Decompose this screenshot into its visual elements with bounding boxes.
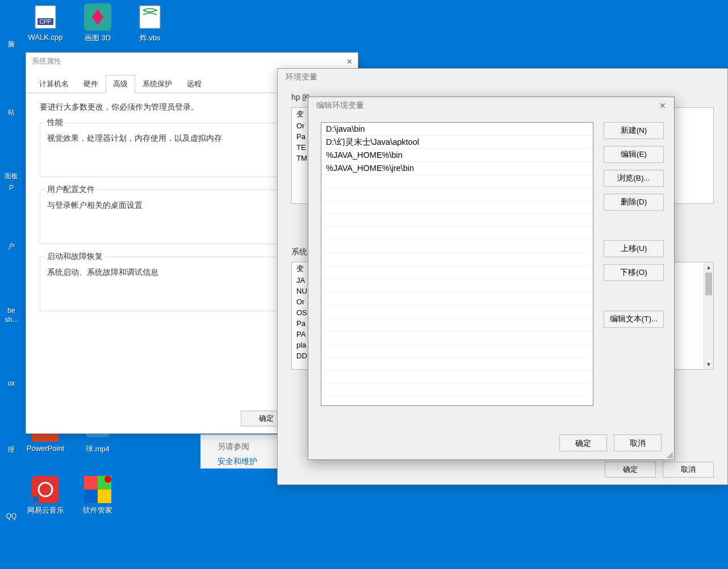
resize-grip[interactable] (666, 451, 673, 458)
left-frag[interactable]: 脑 (0, 40, 23, 49)
path-row[interactable] (321, 306, 593, 319)
group-legend: 启动和故障恢复 (45, 252, 105, 262)
svg-rect-15 (98, 489, 111, 503)
edit-env-variable-dialog: 编辑环境变量 ✕ D:\java\bin D:\幻灵末士\Java\apktoo… (308, 97, 675, 460)
desktop-icon-label: 炸.vbs (127, 33, 173, 43)
desktop-icon-label: 球.mp4 (75, 444, 120, 454)
path-row[interactable] (321, 319, 593, 332)
path-row[interactable] (321, 358, 593, 371)
path-row[interactable] (321, 175, 593, 188)
ok-button[interactable]: 确定 (559, 434, 607, 451)
path-row[interactable] (321, 266, 593, 279)
desktop-icon-label: 画图 3D (75, 33, 120, 43)
svg-rect-12 (84, 476, 98, 489)
cancel-button[interactable]: 取消 (614, 434, 662, 451)
path-row[interactable] (321, 188, 593, 201)
browse-button[interactable]: 浏览(B)... (604, 170, 664, 187)
svg-text:CPP: CPP (40, 19, 52, 25)
desktop-icon-label: 软件管家 (75, 505, 120, 516)
group-legend: 用户配置文件 (45, 185, 97, 195)
desktop-icon-label: 网易云音乐 (23, 505, 68, 516)
left-frag[interactable]: QQ (0, 512, 23, 520)
desktop-icon-vbs[interactable]: 炸.vbs (127, 3, 173, 43)
scroll-down-icon[interactable]: ▼ (704, 359, 713, 369)
path-row[interactable]: D:\java\bin (321, 123, 593, 136)
paint3d-icon (84, 3, 111, 31)
ok-button[interactable]: 确定 (605, 462, 656, 478)
path-row[interactable] (321, 201, 593, 214)
netease-music-icon (32, 476, 59, 503)
path-row[interactable]: %JAVA_HOME%\jre\bin (321, 162, 593, 175)
desktop-left-strip: 脑 站 P 面板 户 be sh... ox 理 QQ (0, 0, 23, 569)
delete-button[interactable]: 删除(D) (604, 194, 664, 211)
left-frag[interactable]: sh... (0, 316, 23, 324)
cpp-file-icon: CPP (32, 3, 59, 31)
vbs-file-icon (136, 3, 164, 31)
desktop-icon-paint3d[interactable]: 画图 3D (75, 3, 120, 43)
path-row[interactable] (321, 240, 593, 253)
sys-props-title: 系统属性 (32, 56, 61, 66)
path-row[interactable] (321, 371, 593, 384)
desktop-icon-label: PowerPoint (23, 444, 68, 453)
left-frag[interactable]: 站 (0, 108, 23, 118)
path-row[interactable] (321, 214, 593, 227)
left-frag[interactable]: P (0, 184, 23, 192)
tab-advanced[interactable]: 高级 (106, 75, 135, 93)
close-icon[interactable]: ✕ (657, 100, 668, 111)
cancel-button[interactable]: 取消 (663, 462, 714, 478)
tab-system-protection[interactable]: 系统保护 (135, 75, 179, 93)
desktop-icon-netease[interactable]: 网易云音乐 (23, 476, 68, 516)
path-row[interactable] (321, 384, 593, 397)
env-dlg-titlebar[interactable]: 环境变量 (278, 69, 727, 86)
move-down-button[interactable]: 下移(O) (604, 264, 664, 281)
desktop-icon-softmgr[interactable]: 软件管家 (75, 476, 120, 516)
left-frag[interactable]: ox (0, 379, 23, 387)
tab-computer-name[interactable]: 计算机名 (32, 75, 76, 93)
left-frag[interactable]: 户 (0, 242, 23, 252)
scrollbar[interactable]: ▲ ▼ (704, 262, 713, 369)
path-row[interactable]: D:\幻灵末士\Java\apktool (321, 136, 593, 149)
softmgr-icon (84, 476, 111, 503)
env-dlg-title: 环境变量 (286, 72, 317, 82)
svg-point-16 (104, 476, 111, 483)
edit-text-button[interactable]: 编辑文本(T)... (604, 311, 664, 328)
left-frag[interactable]: be (0, 307, 23, 315)
edit-button[interactable]: 编辑(E) (604, 146, 664, 163)
new-button[interactable]: 新建(N) (604, 122, 664, 139)
group-legend: 性能 (45, 118, 65, 128)
svg-rect-14 (84, 489, 98, 503)
path-row[interactable] (321, 292, 593, 306)
svg-rect-11 (33, 496, 39, 502)
path-row[interactable] (321, 332, 593, 345)
edit-dlg-title: 编辑环境变量 (316, 101, 364, 111)
path-row[interactable] (321, 279, 593, 292)
left-frag[interactable]: 理 (0, 445, 23, 455)
desktop-icon-label: WALK.cpp (23, 33, 68, 41)
path-row[interactable]: %JAVA_HOME%\bin (321, 149, 593, 162)
left-frag[interactable]: 面板 (0, 171, 23, 181)
move-up-button[interactable]: 上移(U) (604, 240, 664, 257)
close-icon[interactable]: ✕ (344, 56, 355, 67)
scrollbar-thumb[interactable] (705, 273, 712, 295)
path-listbox[interactable]: D:\java\bin D:\幻灵末士\Java\apktool %JAVA_H… (321, 122, 593, 406)
sys-props-titlebar[interactable]: 系统属性 ✕ (26, 53, 358, 70)
scroll-up-icon[interactable]: ▲ (704, 262, 713, 272)
tab-remote[interactable]: 远程 (179, 75, 209, 93)
desktop-icon-walk-cpp[interactable]: CPP WALK.cpp (23, 3, 68, 41)
edit-dlg-titlebar[interactable]: 编辑环境变量 ✕ (308, 97, 674, 114)
tab-hardware[interactable]: 硬件 (76, 75, 106, 93)
path-row[interactable] (321, 253, 593, 266)
path-row[interactable] (321, 227, 593, 240)
path-row[interactable] (321, 345, 593, 358)
